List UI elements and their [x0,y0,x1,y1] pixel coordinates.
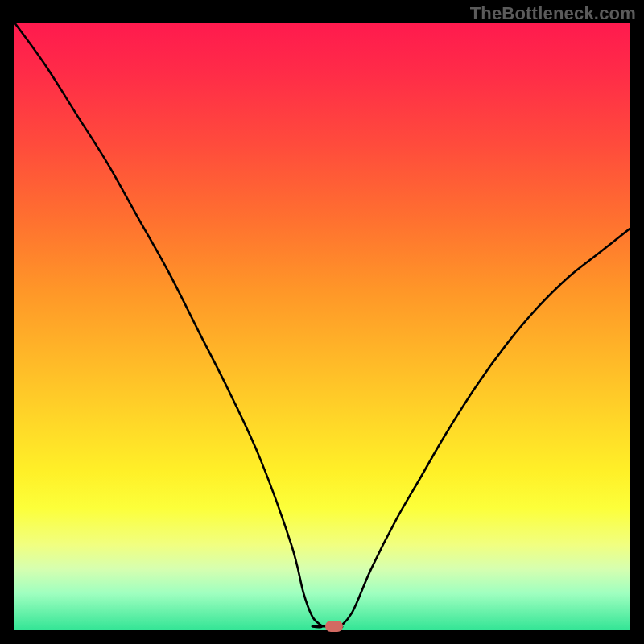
chart-frame: TheBottleneck.com [0,0,644,644]
watermark-text: TheBottleneck.com [470,3,636,24]
plot-area [14,23,630,630]
bottleneck-curve [14,23,630,630]
minimum-marker [325,621,343,632]
